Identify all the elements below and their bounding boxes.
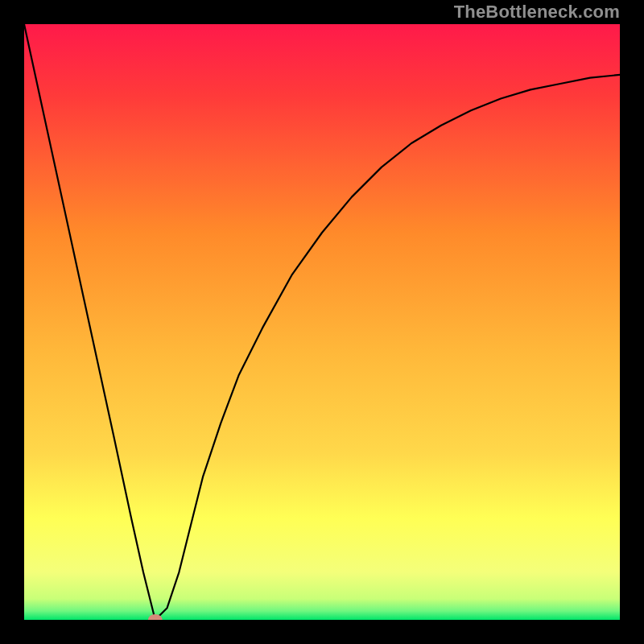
bottleneck-chart (24, 24, 620, 620)
watermark-label: TheBottleneck.com (454, 2, 620, 23)
gradient-background (24, 24, 620, 620)
chart-frame (24, 24, 620, 620)
